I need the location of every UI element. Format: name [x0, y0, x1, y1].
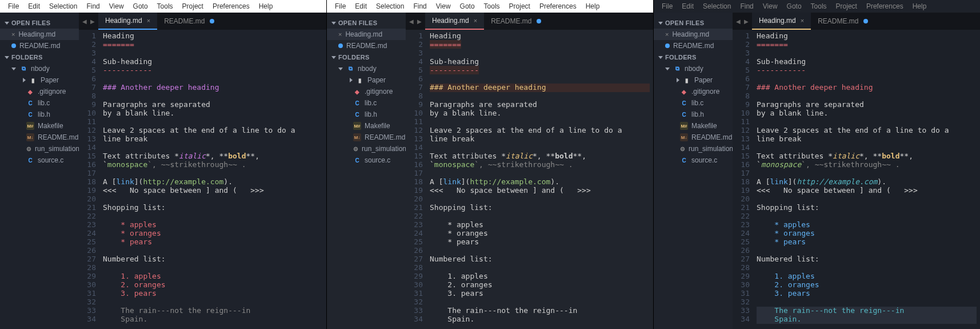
folders-header[interactable]: FOLDERS [0, 51, 79, 63]
tab-prev-icon[interactable]: ◀ [735, 17, 742, 26]
folder-root[interactable]: ⧉nbody [0, 63, 79, 74]
menu-item[interactable]: Preferences [208, 1, 254, 11]
menu-item[interactable]: View [105, 1, 129, 11]
menu-item[interactable]: Goto [129, 1, 153, 11]
editor[interactable]: 1234567891011121314151617181920212223242… [406, 30, 653, 329]
line-number: 28 [406, 264, 423, 272]
file-item[interactable]: M↓README.md [327, 132, 406, 143]
file-item[interactable]: ⚙run_simulation [654, 143, 733, 154]
menu-item[interactable]: File [657, 1, 677, 11]
menu-item[interactable]: Edit [677, 1, 698, 11]
tab-inactive[interactable]: README.md [811, 13, 874, 30]
open-file-dirty[interactable]: README.md [654, 40, 733, 51]
tab-next-icon[interactable]: ▶ [743, 17, 750, 26]
menu-item[interactable]: View [431, 1, 455, 11]
code-line: * oranges [103, 229, 323, 238]
file-item[interactable]: M#Makefile [327, 120, 406, 132]
file-item[interactable]: ◆.gitignore [0, 86, 79, 97]
code-area[interactable]: Heading=======Sub-heading-----------### … [753, 30, 980, 329]
folder-root[interactable]: ⧉nbody [654, 63, 733, 74]
tab-prev-icon[interactable]: ◀ [408, 17, 415, 26]
file-item[interactable]: M↓README.md [654, 132, 733, 143]
file-item[interactable]: Csource.c [0, 154, 79, 166]
code-area[interactable]: Heading=======Sub-heading-----------### … [426, 30, 653, 329]
file-item[interactable]: ◆.gitignore [327, 86, 406, 97]
tab-active[interactable]: Heading.md× [98, 13, 157, 30]
close-icon[interactable]: × [801, 17, 804, 24]
file-item[interactable]: Clib.h [327, 109, 406, 120]
file-item[interactable]: M↓README.md [0, 132, 79, 143]
folders-header[interactable]: FOLDERS [327, 51, 406, 63]
menu-item[interactable]: Selection [698, 1, 735, 11]
line-number: 7 [733, 84, 750, 92]
open-files-header[interactable]: OPEN FILES [0, 17, 79, 29]
open-files-header[interactable]: OPEN FILES [654, 17, 733, 29]
file-item[interactable]: M#Makefile [654, 120, 733, 132]
tab-active[interactable]: Heading.md× [752, 13, 811, 30]
tab-inactive[interactable]: README.md [484, 13, 547, 30]
code-token: monospace [761, 160, 801, 169]
menu-item[interactable]: File [330, 1, 350, 11]
file-item[interactable]: Clib.h [654, 109, 733, 120]
close-icon[interactable]: × [11, 31, 15, 38]
close-icon[interactable]: × [147, 17, 150, 24]
menu-item[interactable]: Goto [782, 1, 806, 11]
menu-item[interactable]: Help [908, 1, 931, 11]
folder-sub[interactable]: ▮Paper [654, 74, 733, 86]
editor[interactable]: 1234567891011121314151617181920212223242… [79, 30, 326, 329]
menu-item[interactable]: Project [831, 1, 862, 11]
file-item[interactable]: ◆.gitignore [654, 86, 733, 97]
file-item[interactable]: M#Makefile [0, 120, 79, 132]
tab-active[interactable]: Heading.md× [425, 13, 484, 30]
menu-item[interactable]: Find [735, 1, 758, 11]
menu-item[interactable]: Help [581, 1, 605, 11]
tab-prev-icon[interactable]: ◀ [81, 17, 88, 26]
menu-item[interactable]: Edit [350, 1, 371, 11]
menu-item[interactable]: Project [505, 1, 535, 11]
open-files-header[interactable]: OPEN FILES [327, 17, 406, 29]
folders-header[interactable]: FOLDERS [654, 51, 733, 63]
menu-item[interactable]: Project [178, 1, 208, 11]
close-icon[interactable]: × [474, 17, 477, 24]
menu-item[interactable]: Edit [23, 1, 45, 11]
file-item[interactable]: Clib.h [0, 109, 79, 120]
menu-item[interactable]: File [3, 1, 23, 11]
folder-root[interactable]: ⧉nbody [327, 63, 406, 74]
folder-sub[interactable]: ▮Paper [0, 74, 79, 86]
menu-item[interactable]: Find [409, 1, 431, 11]
menu-item[interactable]: Goto [455, 1, 479, 11]
menu-item[interactable]: Tools [153, 1, 178, 11]
tab-next-icon[interactable]: ▶ [416, 17, 423, 26]
tab-inactive[interactable]: README.md [157, 13, 221, 30]
open-file-dirty[interactable]: README.md [0, 40, 79, 51]
open-file-active[interactable]: ×Heading.md [327, 29, 406, 40]
menu-item[interactable]: View [758, 1, 782, 11]
file-item[interactable]: Clib.c [654, 97, 733, 109]
open-file-dirty[interactable]: README.md [327, 40, 406, 51]
editor[interactable]: 1234567891011121314151617181920212223242… [733, 30, 980, 329]
file-item[interactable]: Clib.c [0, 97, 79, 109]
code-token: Another deeper heading [774, 83, 873, 92]
folder-sub[interactable]: ▮Paper [327, 74, 406, 86]
file-item[interactable]: Csource.c [327, 154, 406, 166]
menu-item[interactable]: Help [254, 1, 278, 11]
file-item[interactable]: ⚙run_simulation [327, 143, 406, 154]
file-item[interactable]: ⚙run_simulation [0, 143, 79, 154]
code-token: Heading [103, 31, 134, 40]
open-file-active[interactable]: ×Heading.md [0, 29, 79, 40]
close-icon[interactable]: × [338, 31, 342, 38]
menu-item[interactable]: Preferences [535, 1, 581, 11]
line-number: 12 [406, 126, 423, 135]
code-area[interactable]: Heading=======Sub-heading-----------### … [99, 30, 326, 329]
file-item[interactable]: Clib.c [327, 97, 406, 109]
close-icon[interactable]: × [665, 31, 669, 38]
tab-next-icon[interactable]: ▶ [89, 17, 96, 26]
menu-item[interactable]: Selection [371, 1, 409, 11]
file-item[interactable]: Csource.c [654, 154, 733, 166]
menu-item[interactable]: Tools [806, 1, 831, 11]
menu-item[interactable]: Selection [45, 1, 82, 11]
menu-item[interactable]: Tools [479, 1, 505, 11]
menu-item[interactable]: Find [82, 1, 104, 11]
open-file-active[interactable]: ×Heading.md [654, 29, 733, 40]
menu-item[interactable]: Preferences [862, 1, 908, 11]
